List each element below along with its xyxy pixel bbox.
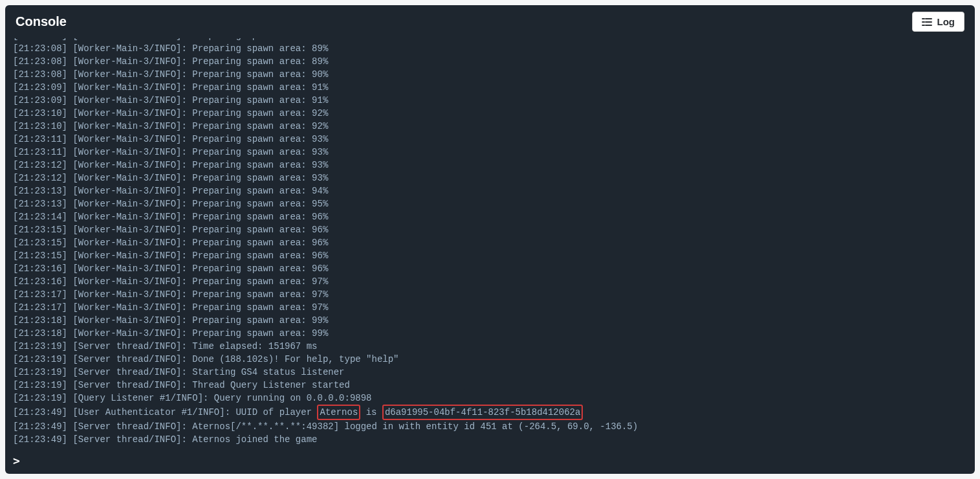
console-title: Console bbox=[16, 14, 67, 29]
log-line: [21:23:10] [Worker-Main-3/INFO]: Prepari… bbox=[13, 107, 967, 120]
log-line: [21:23:09] [Worker-Main-3/INFO]: Prepari… bbox=[13, 94, 967, 107]
log-line: [21:23:08] [Worker-Main-3/INFO]: Prepari… bbox=[13, 55, 967, 68]
log-line: [21:23:13] [Worker-Main-3/INFO]: Prepari… bbox=[13, 184, 967, 197]
log-line: [21:23:49] [Server thread/INFO]: Aternos… bbox=[13, 433, 967, 446]
log-line: [21:23:17] [Worker-Main-3/INFO]: Prepari… bbox=[13, 301, 967, 314]
log-icon bbox=[922, 17, 932, 27]
uuid-prefix: [21:23:49] [User Authenticator #1/INFO]:… bbox=[13, 407, 317, 418]
prompt-chevron-icon: > bbox=[13, 454, 20, 467]
log-button[interactable]: Log bbox=[912, 12, 965, 32]
log-line: [21:23:18] [Worker-Main-3/INFO]: Prepari… bbox=[13, 314, 967, 327]
player-highlight: Aternos bbox=[317, 405, 360, 420]
log-line: [21:23:16] [Worker-Main-3/INFO]: Prepari… bbox=[13, 275, 967, 288]
log-line: [21:23:12] [Worker-Main-3/INFO]: Prepari… bbox=[13, 159, 967, 172]
log-line: [21:23:49] [Server thread/INFO]: Aternos… bbox=[13, 420, 967, 433]
console-header: Console Log bbox=[5, 5, 975, 38]
log-line: [21:23:11] [Worker-Main-3/INFO]: Prepari… bbox=[13, 146, 967, 159]
log-line: [21:23:10] [Worker-Main-3/INFO]: Prepari… bbox=[13, 120, 967, 133]
log-line: [21:23:19] [Server thread/INFO]: Done (1… bbox=[13, 353, 967, 366]
log-line: [21:23:19] [Query Listener #1/INFO]: Que… bbox=[13, 392, 967, 405]
log-line: [21:23:13] [Worker-Main-3/INFO]: Prepari… bbox=[13, 197, 967, 210]
log-line: [21:23:11] [Worker-Main-3/INFO]: Prepari… bbox=[13, 133, 967, 146]
log-button-label: Log bbox=[937, 16, 955, 27]
log-line: [21:23:17] [Worker-Main-3/INFO]: Prepari… bbox=[13, 288, 967, 301]
log-line: [21:23:15] [Worker-Main-3/INFO]: Prepari… bbox=[13, 249, 967, 262]
log-line: [21:23:15] [Worker-Main-3/INFO]: Prepari… bbox=[13, 223, 967, 236]
log-line: [21:23:16] [Worker-Main-3/INFO]: Prepari… bbox=[13, 262, 967, 275]
log-line-uuid: [21:23:49] [User Authenticator #1/INFO]:… bbox=[13, 405, 967, 420]
console-panel: Console Log [21:23:07] [Worker-Main-3/IN… bbox=[5, 5, 975, 474]
uuid-highlight: d6a91995-04bf-4f11-823f-5b18d412062a bbox=[382, 405, 583, 420]
console-input[interactable] bbox=[25, 456, 967, 466]
log-line: [21:23:08] [Worker-Main-3/INFO]: Prepari… bbox=[13, 68, 967, 81]
log-line: [21:23:12] [Worker-Main-3/INFO]: Prepari… bbox=[13, 172, 967, 184]
log-line: [21:23:18] [Worker-Main-3/INFO]: Prepari… bbox=[13, 327, 967, 340]
log-line: [21:23:08] [Worker-Main-3/INFO]: Prepari… bbox=[13, 42, 967, 55]
console-input-row: > bbox=[5, 450, 975, 474]
console-output[interactable]: [21:23:07] [Worker-Main-3/INFO]: Prepari… bbox=[5, 38, 975, 450]
log-line: [21:23:09] [Worker-Main-3/INFO]: Prepari… bbox=[13, 81, 967, 94]
log-line: [21:23:15] [Worker-Main-3/INFO]: Prepari… bbox=[13, 236, 967, 249]
uuid-middle: is bbox=[360, 407, 382, 418]
log-line: [21:23:19] [Server thread/INFO]: Thread … bbox=[13, 379, 967, 392]
log-line: [21:23:19] [Server thread/INFO]: Startin… bbox=[13, 366, 967, 379]
log-line: [21:23:14] [Worker-Main-3/INFO]: Prepari… bbox=[13, 210, 967, 223]
log-line: [21:23:19] [Server thread/INFO]: Time el… bbox=[13, 340, 967, 353]
